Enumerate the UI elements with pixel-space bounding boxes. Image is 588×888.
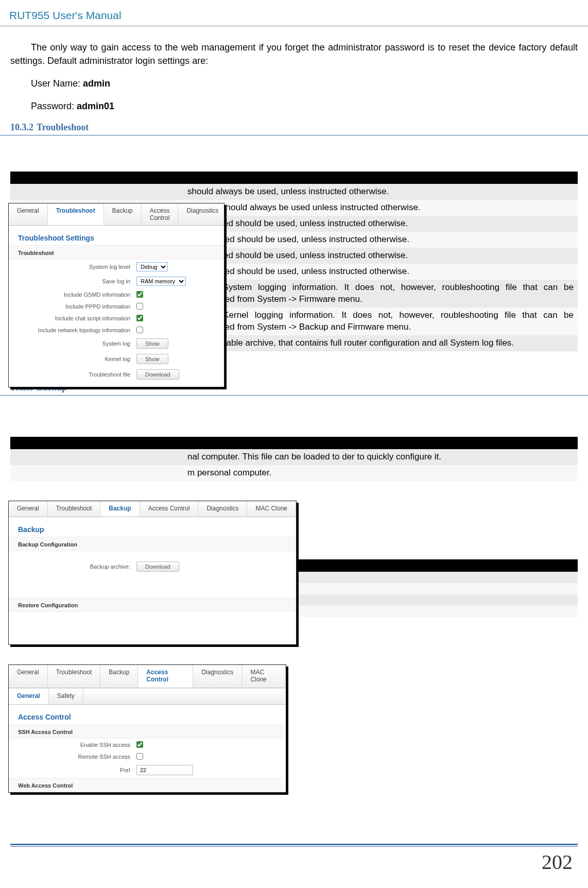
tab-troubleshoot[interactable]: Troubleshoot	[48, 665, 101, 688]
password-line: Password: admin01	[0, 99, 588, 113]
select-save-log[interactable]: RAM memory	[136, 277, 186, 286]
show-syslog-button[interactable]: Show	[136, 338, 168, 349]
tab-general[interactable]: General	[9, 501, 48, 517]
label-chat: Include chat script information	[18, 315, 136, 321]
footer-line	[10, 844, 578, 845]
label-save-log: Save log in	[18, 278, 136, 284]
intro-paragraph: The only way to gain access to the web m…	[0, 41, 588, 67]
tab-backup[interactable]: Backup	[100, 501, 140, 517]
tabstrip: General Troubleshoot Backup Access Contr…	[9, 665, 286, 688]
label-gsmd: Include GSMD information	[18, 292, 136, 298]
subtab-general[interactable]: General	[9, 689, 49, 704]
panel-title: Troubleshoot Settings	[9, 226, 224, 245]
username-label: User Name:	[31, 78, 83, 89]
checkbox-remote-ssh[interactable]	[136, 753, 143, 760]
table-row: m personal computer.	[10, 465, 578, 481]
subtab-safety[interactable]: Safety	[49, 689, 83, 704]
table-row: nal computer. This file can be loaded to…	[10, 449, 578, 465]
checkbox-enable-ssh[interactable]	[136, 741, 143, 748]
tab-troubleshoot[interactable]: Troubleshoot	[48, 501, 101, 517]
label-syslog-level: System log level	[18, 264, 136, 270]
section-name: Troubleshoot	[37, 122, 89, 132]
backup-panel: General Troubleshoot Backup Access Contr…	[8, 501, 297, 645]
tab-mac-clone[interactable]: MAC Clone	[242, 665, 286, 688]
input-port[interactable]	[136, 765, 193, 775]
page-number: 202	[542, 850, 573, 874]
tab-access-control[interactable]: Access Control	[142, 203, 179, 225]
label-topology: Include network topology information	[18, 327, 136, 333]
footer-line	[10, 846, 578, 847]
password-value: admin01	[77, 101, 114, 111]
label-kernlog: Kernel log	[18, 356, 136, 362]
checkbox-gsmd[interactable]	[136, 291, 143, 298]
password-label: Password:	[31, 101, 77, 111]
tabstrip: General Troubleshoot Backup Access Contr…	[9, 501, 296, 517]
label-syslog: System log	[18, 340, 136, 347]
backup-config-heading: Backup Configuration	[9, 537, 296, 551]
table-row: should always be used, unless instructed…	[10, 184, 578, 200]
panel-title: Access Control	[9, 705, 286, 724]
download-tfile-button[interactable]: Download	[136, 369, 179, 380]
username-line: User Name: admin	[0, 77, 588, 90]
tab-diagnostics[interactable]: Diagnostics	[198, 501, 247, 517]
section-troubleshoot-heading: 10.3.2Troubleshoot	[0, 122, 588, 135]
label-backup-archive: Backup archive:	[18, 563, 136, 570]
tab-diagnostics[interactable]: Diagnostics	[178, 203, 227, 225]
checkbox-topology[interactable]	[136, 327, 143, 333]
tab-general[interactable]: General	[9, 203, 48, 225]
ssh-section-heading: SSH Access Control	[9, 724, 286, 739]
select-syslog-level[interactable]: Debug	[136, 262, 168, 271]
doc-title: RUT955 User's Manual	[0, 0, 588, 26]
label-port: Port	[18, 767, 136, 773]
panel-title: Backup	[9, 517, 296, 537]
username-value: admin	[83, 78, 110, 89]
tab-access-control[interactable]: Access Control	[138, 665, 193, 688]
tab-backup[interactable]: Backup	[100, 665, 138, 688]
subtabstrip: General Safety	[9, 688, 286, 705]
tabstrip: General Troubleshoot Backup Access Contr…	[9, 203, 224, 226]
label-remote-ssh: Remote SSH access	[18, 754, 136, 760]
label-pppd: Include PPPD information	[18, 303, 136, 310]
tab-access-control[interactable]: Access Control	[140, 501, 199, 517]
troubleshoot-panel: General Troubleshoot Backup Access Contr…	[8, 203, 224, 387]
tab-general[interactable]: General	[9, 665, 48, 688]
backup-table: nal computer. This file can be loaded to…	[10, 437, 578, 481]
download-backup-button[interactable]: Download	[136, 561, 179, 572]
checkbox-pppd[interactable]	[136, 303, 143, 310]
label-tfile: Troubleshoot file	[18, 371, 136, 378]
restore-config-heading: Restore Configuration	[9, 597, 296, 612]
web-section-heading: Web Access Control	[9, 778, 286, 792]
show-kernlog-button[interactable]: Show	[136, 354, 168, 364]
tab-troubleshoot[interactable]: Troubleshoot	[48, 203, 104, 225]
section-number: 10.3.2	[10, 122, 33, 132]
checkbox-chat[interactable]	[136, 315, 143, 321]
panel-subtitle: Troubleshoot	[9, 245, 224, 260]
tab-mac-clone[interactable]: MAC Clone	[247, 501, 296, 517]
tab-backup[interactable]: Backup	[104, 203, 142, 225]
label-enable-ssh: Enable SSH access	[18, 742, 136, 748]
tab-diagnostics[interactable]: Diagnostics	[193, 665, 242, 688]
access-control-panel: General Troubleshoot Backup Access Contr…	[8, 664, 286, 793]
